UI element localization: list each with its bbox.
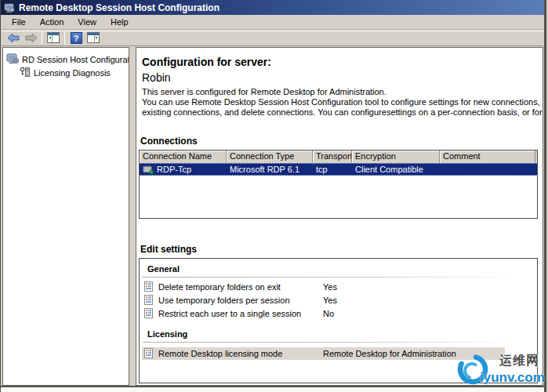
column-header-connection-type[interactable]: Connection Type bbox=[227, 151, 313, 163]
menu-file[interactable]: File bbox=[5, 16, 33, 28]
description-line: You can use Remote Desktop Session Host … bbox=[142, 97, 543, 107]
setting-value: Yes bbox=[323, 282, 337, 292]
column-header-comment[interactable]: Comment bbox=[440, 151, 535, 163]
show-console-tree-icon[interactable] bbox=[45, 31, 62, 45]
console-tree-pane: RD Session Host Configuration: Licensing… bbox=[2, 47, 129, 386]
menu-bar: File Action View Help bbox=[2, 15, 544, 30]
help-glyph: ? bbox=[71, 32, 82, 44]
table-row-rdp-tcp[interactable]: RDP-Tcp Microsoft RDP 6.1 tcp Client Com… bbox=[140, 163, 537, 176]
edit-settings-heading: Edit settings bbox=[140, 244, 197, 255]
setting-icon bbox=[144, 281, 153, 293]
setting-label: Remote Desktop licensing mode bbox=[158, 349, 323, 358]
watermark-site-url: iyunv.com bbox=[480, 370, 545, 386]
sidebar-item-label: Licensing Diagnosis bbox=[34, 68, 111, 78]
licensing-diagnosis-icon bbox=[20, 67, 31, 79]
setting-value: No bbox=[323, 309, 334, 318]
setting-row-licensing-mode[interactable]: Remote Desktop licensing mode Remote Des… bbox=[142, 347, 505, 360]
server-description: This server is configured for Remote Des… bbox=[142, 87, 543, 118]
menu-help[interactable]: Help bbox=[103, 16, 136, 28]
setting-label: Use temporary folders per session bbox=[158, 296, 323, 305]
connections-table-header: Connection Name Connection Type Transpor… bbox=[140, 151, 537, 163]
cell-transport: tcp bbox=[313, 165, 352, 174]
cell-connection-type: Microsoft RDP 6.1 bbox=[227, 165, 313, 174]
setting-label: Delete temporary folders on exit bbox=[158, 282, 323, 292]
page-title: Configuration for server: bbox=[142, 56, 271, 68]
description-line: This server is configured for Remote Des… bbox=[142, 87, 543, 97]
back-icon[interactable] bbox=[5, 31, 22, 45]
forward-icon[interactable] bbox=[22, 31, 39, 45]
setting-icon bbox=[144, 348, 153, 360]
watermark: 运维网 iyunv.com bbox=[454, 348, 548, 390]
menu-action[interactable]: Action bbox=[33, 16, 71, 28]
toolbar-separator bbox=[42, 32, 42, 45]
connection-icon bbox=[143, 165, 154, 174]
title-bar: Remote Desktop Session Host Configuratio… bbox=[1, 0, 546, 15]
column-header-encryption[interactable]: Encryption bbox=[352, 151, 440, 163]
column-header-transport[interactable]: Transport bbox=[313, 151, 352, 163]
sidebar-item-rdsh-configuration[interactable]: RD Session Host Configuration: bbox=[3, 53, 129, 66]
cell-encryption: Client Compatible bbox=[352, 165, 440, 174]
details-pane: Configuration for server: Robin This ser… bbox=[136, 47, 543, 386]
rdsh-node-icon bbox=[6, 53, 19, 66]
group-divider bbox=[143, 277, 519, 278]
group-label-licensing: Licensing bbox=[147, 329, 187, 339]
sidebar-item-label: RD Session Host Configuration: bbox=[22, 55, 129, 64]
sidebar-item-licensing-diagnosis[interactable]: Licensing Diagnosis bbox=[3, 66, 129, 79]
rdsh-configuration-window: { "window": { "title": "Remote Desktop S… bbox=[0, 0, 548, 392]
description-line: existing connections, and delete connect… bbox=[142, 107, 543, 118]
server-name: Robin bbox=[142, 71, 171, 84]
setting-row-use-temp-folders[interactable]: Use temporary folders per session Yes bbox=[142, 294, 505, 307]
group-divider bbox=[143, 342, 519, 343]
tool-bar: ? bbox=[2, 31, 544, 46]
setting-label: Restrict each user to a single session bbox=[158, 309, 323, 318]
setting-icon bbox=[144, 295, 153, 307]
window-title: Remote Desktop Session Host Configuratio… bbox=[19, 2, 220, 13]
watermark-site-name: 运维网 bbox=[499, 353, 539, 369]
column-header-connection-name[interactable]: Connection Name bbox=[140, 151, 227, 163]
connections-heading: Connections bbox=[140, 136, 198, 147]
cell-connection-name: RDP-Tcp bbox=[140, 165, 227, 174]
menu-view[interactable]: View bbox=[71, 16, 103, 28]
setting-value: Yes bbox=[323, 296, 337, 305]
app-icon bbox=[4, 2, 15, 13]
connections-table: Connection Name Connection Type Transpor… bbox=[139, 150, 538, 219]
setting-icon bbox=[144, 308, 153, 320]
toolbar-separator bbox=[64, 32, 65, 45]
show-action-pane-icon[interactable] bbox=[85, 31, 102, 45]
help-icon[interactable]: ? bbox=[67, 31, 85, 45]
setting-row-restrict-single-session[interactable]: Restrict each user to a single session N… bbox=[142, 307, 505, 320]
setting-value: Remote Desktop for Administration bbox=[323, 349, 456, 358]
setting-row-delete-temp-folders[interactable]: Delete temporary folders on exit Yes bbox=[142, 281, 505, 293]
window-right-border bbox=[544, 0, 548, 392]
group-label-general: General bbox=[147, 264, 180, 274]
